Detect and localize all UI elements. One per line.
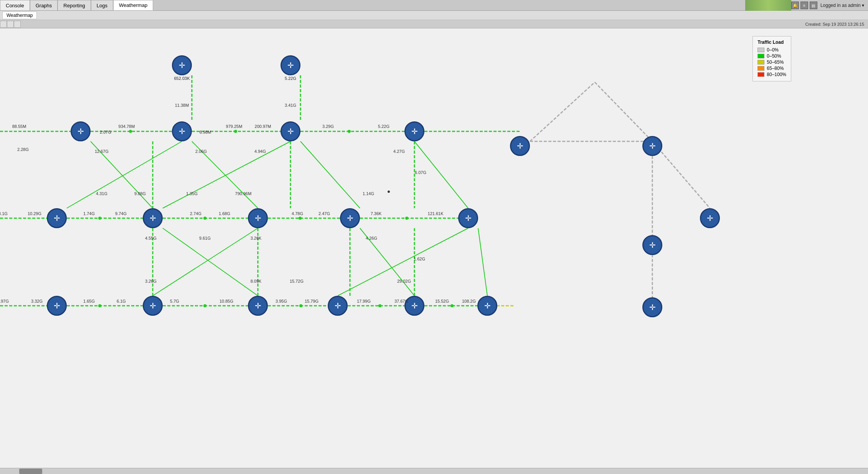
- svg-point-46: [98, 217, 101, 220]
- node-n14[interactable]: ✛: [47, 296, 67, 316]
- link-label-16: 9.88G: [134, 191, 146, 196]
- link-label-29: 7.36K: [371, 211, 382, 216]
- svg-point-43: [129, 130, 132, 133]
- weathermap-tab[interactable]: Weathermap: [2, 12, 37, 19]
- node-n11[interactable]: ✛: [340, 208, 360, 228]
- link-label-1: 3.41G: [285, 103, 296, 108]
- toolbar-btn-1[interactable]: [0, 21, 7, 28]
- legend-color-4: [757, 72, 764, 77]
- node-circle-n1: ✛: [172, 55, 192, 75]
- svg-line-35: [338, 228, 468, 296]
- svg-point-53: [378, 304, 381, 307]
- svg-point-44: [234, 130, 237, 133]
- link-label-32: 9.61G: [199, 236, 211, 240]
- node-n9[interactable]: ✛: [143, 208, 163, 228]
- link-label-15: 4.31G: [96, 191, 107, 196]
- node-label-n2: 5.22G: [285, 76, 296, 81]
- link-label-11: 12.67G: [95, 149, 109, 154]
- node-n6[interactable]: ✛: [404, 121, 424, 141]
- node-circle-n10: ✛: [248, 208, 268, 228]
- link-label-5: 979.25M: [226, 124, 243, 129]
- link-label-27: 4.78G: [292, 211, 303, 216]
- node-n16[interactable]: ✛: [248, 296, 268, 316]
- link-label-20: 6.07G: [415, 170, 426, 175]
- link-label-36: 8.09K: [251, 279, 262, 283]
- link-label-39: 1.62G: [414, 257, 425, 261]
- legend-label-1: 0–50%: [767, 53, 781, 59]
- link-label-45: 10.85G: [219, 299, 233, 303]
- tab-weathermap[interactable]: Weathermap: [113, 0, 153, 10]
- tab-reporting[interactable]: Reporting: [58, 0, 91, 10]
- legend-row-2: 50–65%: [757, 60, 786, 65]
- toolbar-bar: Created: Sep 19 2023 13:26:15: [0, 20, 868, 28]
- svg-point-47: [203, 217, 206, 220]
- link-label-19: 1.14G: [363, 191, 374, 196]
- tab-graphs[interactable]: Graphs: [30, 0, 58, 10]
- node-far-right-lower[interactable]: ✛: [642, 235, 662, 255]
- legend-label-0: 0–0%: [767, 47, 779, 53]
- link-label-38: 29.02G: [397, 279, 411, 283]
- grid-icon[interactable]: ▤: [810, 2, 817, 9]
- legend-title: Traffic Load: [757, 40, 786, 45]
- link-label-34: 4.26G: [366, 236, 377, 240]
- bell-icon[interactable]: 🔔: [791, 2, 799, 9]
- node-circle-n7: ✛: [510, 136, 530, 156]
- link-label-10: 2.28G: [17, 147, 29, 152]
- node-circle-n2: ✛: [281, 55, 300, 75]
- node-n15[interactable]: ✛: [143, 296, 163, 316]
- legend: Traffic Load 0–0% 0–50% 50–65% 65–80% 80…: [752, 36, 791, 81]
- node-n10[interactable]: ✛: [248, 208, 268, 228]
- link-label-0: 11.38M: [175, 103, 189, 108]
- tab-console[interactable]: Console: [0, 0, 30, 10]
- link-label-12: 2.06G: [195, 149, 207, 154]
- toolbar-btn-3[interactable]: [14, 21, 21, 28]
- link-label-2: 88.55M: [12, 124, 26, 129]
- horizontal-scrollbar[interactable]: [0, 468, 868, 474]
- node-n5[interactable]: ✛: [281, 121, 300, 141]
- legend-label-3: 65–80%: [767, 66, 784, 71]
- link-label-21: 3.1G: [0, 211, 8, 216]
- node-circle-n15: ✛: [143, 296, 163, 316]
- svg-point-51: [203, 304, 206, 307]
- node-n2[interactable]: ✛ 5.22G: [281, 55, 300, 81]
- node-circle-n4: ✛: [172, 121, 192, 141]
- link-label-40: 1.97G: [0, 299, 9, 303]
- node-n19[interactable]: ✛: [477, 296, 497, 316]
- tab-logs[interactable]: Logs: [91, 0, 113, 10]
- link-label-49: 37.67G: [394, 299, 408, 303]
- node-n12[interactable]: ✛: [458, 208, 478, 228]
- node-circle-n12: ✛: [458, 208, 478, 228]
- logged-in-label: Logged in as admin ▾: [820, 3, 864, 8]
- node-circle-far-right-bottom: ✛: [642, 297, 662, 317]
- link-label-37: 15.72G: [290, 279, 304, 283]
- toolbar-btn-2[interactable]: [7, 21, 14, 28]
- svg-point-50: [98, 304, 101, 307]
- node-circle-n8: ✛: [47, 208, 67, 228]
- menu-icon[interactable]: ≡: [800, 2, 808, 9]
- link-label-41: 3.32G: [31, 299, 43, 303]
- scroll-thumb[interactable]: [19, 469, 42, 474]
- node-n17[interactable]: ✛: [328, 296, 348, 316]
- link-label-47: 15.79G: [305, 299, 318, 303]
- legend-color-2: [757, 60, 764, 65]
- node-n3[interactable]: ✛: [71, 121, 91, 141]
- node-n4[interactable]: ✛: [172, 121, 192, 141]
- node-far-right-mid[interactable]: ✛: [700, 208, 720, 228]
- node-far-right-top[interactable]: ✛: [642, 136, 662, 156]
- node-circle-far-right-mid: ✛: [700, 208, 720, 228]
- legend-row-3: 65–80%: [757, 66, 786, 71]
- legend-label-4: 80–100%: [767, 72, 786, 77]
- link-label-50: 15.52G: [435, 299, 449, 303]
- legend-color-3: [757, 66, 764, 71]
- node-n1[interactable]: ✛ 652.03K: [172, 55, 192, 81]
- node-circle-n9: ✛: [143, 208, 163, 228]
- node-circle-n5: ✛: [281, 121, 300, 141]
- link-label-46: 3.95G: [276, 299, 287, 303]
- svg-line-38: [595, 82, 652, 141]
- node-far-right-bottom[interactable]: ✛: [642, 297, 662, 317]
- node-n7[interactable]: ✛: [510, 136, 530, 156]
- node-circle-n17: ✛: [328, 296, 348, 316]
- link-label-6: 6.98M: [200, 130, 211, 134]
- node-n8[interactable]: ✛: [47, 208, 67, 228]
- nav-icons: 🔔 ≡ ▤: [791, 2, 817, 9]
